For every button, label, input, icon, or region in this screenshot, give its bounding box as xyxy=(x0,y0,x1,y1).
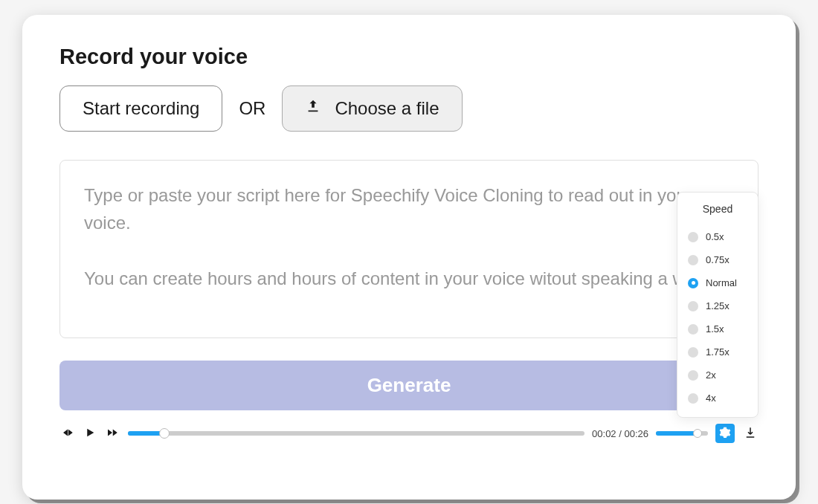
gear-icon xyxy=(719,427,731,441)
speed-option-label: 1.25x xyxy=(706,300,730,311)
page-title: Record your voice xyxy=(59,45,759,69)
rewind-button[interactable] xyxy=(59,424,76,443)
radio-icon xyxy=(688,255,698,265)
current-time: 00:02 xyxy=(592,428,616,439)
speed-option-label: 4x xyxy=(706,392,716,404)
script-input[interactable]: Type or paste your script here for Speec… xyxy=(59,160,759,338)
player-controls xyxy=(59,424,120,443)
generate-button[interactable]: Generate xyxy=(59,361,759,410)
volume-slider[interactable] xyxy=(656,431,708,436)
volume-thumb[interactable] xyxy=(693,429,702,438)
time-display: 00:02 / 00:26 xyxy=(592,428,648,439)
speed-menu: Speed 0.5x0.75xNormal1.25x1.5x1.75x2x4x xyxy=(677,192,759,418)
radio-icon xyxy=(688,232,698,242)
download-icon xyxy=(744,430,757,442)
input-row: Start recording OR Choose a file xyxy=(59,85,759,132)
choose-file-button[interactable]: Choose a file xyxy=(282,85,462,132)
radio-icon xyxy=(688,278,698,288)
radio-icon xyxy=(688,393,698,404)
speed-option[interactable]: 0.5x xyxy=(686,225,749,248)
or-separator: OR xyxy=(239,98,265,119)
radio-icon xyxy=(688,301,698,311)
start-recording-button[interactable]: Start recording xyxy=(59,85,222,132)
forward-button[interactable] xyxy=(104,424,120,443)
speed-option-label: 0.5x xyxy=(706,231,724,242)
radio-icon xyxy=(688,347,698,358)
speed-option[interactable]: 2x xyxy=(686,364,749,387)
download-button[interactable] xyxy=(742,424,759,443)
choose-file-label: Choose a file xyxy=(335,98,439,119)
forward-icon xyxy=(106,426,119,442)
volume-fill xyxy=(656,431,698,436)
rewind-icon xyxy=(61,426,74,442)
audio-player: 00:02 / 00:26 xyxy=(59,424,759,443)
play-button[interactable] xyxy=(82,424,98,443)
settings-button[interactable] xyxy=(715,424,735,443)
radio-icon xyxy=(688,324,698,335)
speed-option-label: 1.75x xyxy=(706,346,730,358)
progress-thumb[interactable] xyxy=(159,428,170,439)
total-time: 00:26 xyxy=(624,428,648,439)
upload-icon xyxy=(305,98,321,119)
voice-card: Record your voice Start recording OR Cho… xyxy=(22,15,796,500)
speed-menu-title: Speed xyxy=(686,203,749,215)
speed-option-label: 0.75x xyxy=(706,254,730,265)
play-icon xyxy=(83,426,97,442)
radio-icon xyxy=(688,370,698,381)
speed-option-label: 2x xyxy=(706,369,716,381)
speed-option[interactable]: 1.25x xyxy=(686,294,749,317)
speed-option[interactable]: Normal xyxy=(686,271,749,294)
speed-option-label: Normal xyxy=(706,277,737,288)
speed-option[interactable]: 4x xyxy=(686,387,749,410)
progress-slider[interactable] xyxy=(128,431,584,436)
speed-option[interactable]: 1.75x xyxy=(686,340,749,364)
speed-option-label: 1.5x xyxy=(706,323,724,335)
time-separator: / xyxy=(616,428,625,439)
speed-option[interactable]: 1.5x xyxy=(686,317,749,340)
speed-option[interactable]: 0.75x xyxy=(686,248,749,271)
